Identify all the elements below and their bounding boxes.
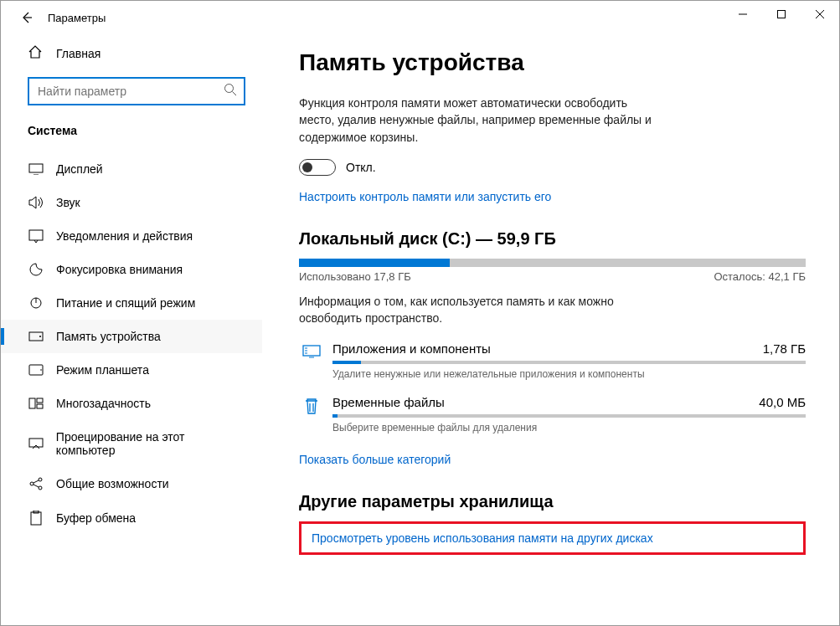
svg-point-1 xyxy=(225,85,234,93)
other-disks-link[interactable]: Просмотреть уровень использования памяти… xyxy=(312,531,653,545)
tablet-icon xyxy=(28,364,44,376)
highlight-annotation: Просмотреть уровень использования памяти… xyxy=(299,521,806,555)
sidebar-item-label: Проецирование на этот компьютер xyxy=(56,430,245,457)
sidebar-item-label: Уведомления и действия xyxy=(56,229,193,243)
shared-icon xyxy=(28,477,44,490)
sidebar-item-label: Буфер обмена xyxy=(56,511,136,525)
svg-point-8 xyxy=(40,369,42,371)
sidebar-item-shared[interactable]: Общие возможности xyxy=(1,467,262,500)
sidebar-item-label: Звук xyxy=(56,196,80,209)
sidebar-item-multitask[interactable]: Многозадачность xyxy=(1,387,262,420)
svg-rect-3 xyxy=(29,230,43,240)
sidebar-item-storage[interactable]: Память устройства xyxy=(1,320,262,353)
main-content: Память устройства Функция контроля памят… xyxy=(269,34,839,625)
category-temp[interactable]: Временные файлы 40,0 МБ Выберите временн… xyxy=(299,395,806,434)
category-name: Приложения и компоненты xyxy=(332,341,491,356)
svg-rect-0 xyxy=(778,11,786,18)
sidebar-item-label: Многозадачность xyxy=(56,397,151,410)
close-button[interactable] xyxy=(801,1,839,28)
svg-rect-10 xyxy=(37,398,43,403)
multitask-icon xyxy=(28,398,44,409)
focus-icon xyxy=(28,263,44,276)
configure-storage-sense-link[interactable]: Настроить контроль памяти или запустить … xyxy=(299,190,551,203)
svg-point-15 xyxy=(39,486,42,490)
svg-rect-9 xyxy=(29,398,35,408)
free-label: Осталось: 42,1 ГБ xyxy=(714,270,806,283)
home-label: Главная xyxy=(56,47,100,60)
sidebar-item-sound[interactable]: Звук xyxy=(1,186,262,219)
window-title: Параметры xyxy=(48,12,106,24)
sidebar-item-label: Режим планшета xyxy=(56,363,149,377)
projecting-icon xyxy=(28,438,44,449)
minimize-button[interactable] xyxy=(724,1,762,28)
category-apps[interactable]: Приложения и компоненты 1,78 ГБ Удалите … xyxy=(299,341,806,380)
toggle-state-label: Откл. xyxy=(346,161,376,174)
category-subtext: Удалите ненужные или нежелательные прило… xyxy=(332,368,806,380)
svg-rect-11 xyxy=(37,404,43,408)
sidebar-item-label: Питание и спящий режим xyxy=(56,296,195,310)
sidebar-item-label: Память устройства xyxy=(56,330,161,343)
search-input[interactable] xyxy=(28,77,245,105)
storage-sense-toggle[interactable] xyxy=(299,159,336,176)
maximize-button[interactable] xyxy=(762,1,801,28)
disk-title: Локальный диск (C:) — 59,9 ГБ xyxy=(299,229,806,249)
storage-sense-description: Функция контроля памяти может автоматиче… xyxy=(299,95,659,146)
storage-icon xyxy=(28,331,44,341)
sidebar-item-power[interactable]: Питание и спящий режим xyxy=(1,286,262,320)
back-button[interactable] xyxy=(14,6,38,29)
svg-point-13 xyxy=(30,482,33,485)
search-icon xyxy=(224,83,237,100)
show-more-categories-link[interactable]: Показать больше категорий xyxy=(299,453,451,466)
trash-icon xyxy=(299,395,324,415)
disk-info-text: Информация о том, как используется памят… xyxy=(299,293,659,327)
sidebar-section-label: Система xyxy=(1,117,262,152)
clipboard-icon xyxy=(28,511,44,526)
category-size: 1,78 ГБ xyxy=(763,341,806,356)
display-icon xyxy=(28,163,44,175)
svg-point-6 xyxy=(39,336,41,337)
category-name: Временные файлы xyxy=(332,395,445,409)
svg-rect-2 xyxy=(29,164,43,172)
sidebar-item-label: Фокусировка внимания xyxy=(56,263,183,276)
home-button[interactable]: Главная xyxy=(1,34,262,72)
svg-point-14 xyxy=(39,478,42,481)
sidebar-item-projecting[interactable]: Проецирование на этот компьютер xyxy=(1,420,262,467)
power-icon xyxy=(28,296,44,310)
other-storage-title: Другие параметры хранилища xyxy=(299,492,806,511)
sound-icon xyxy=(28,196,44,209)
sidebar-item-tablet[interactable]: Режим планшета xyxy=(1,353,262,387)
sidebar: Главная Система Дисплей Звук Уведомления… xyxy=(1,34,269,625)
home-icon xyxy=(28,44,44,62)
sidebar-item-display[interactable]: Дисплей xyxy=(1,152,262,186)
category-subtext: Выберите временные файлы для удаления xyxy=(332,422,806,434)
svg-rect-16 xyxy=(31,512,41,525)
sidebar-item-notifications[interactable]: Уведомления и действия xyxy=(1,219,262,253)
sidebar-item-label: Дисплей xyxy=(56,162,103,176)
apps-icon xyxy=(299,341,324,358)
sidebar-item-focus[interactable]: Фокусировка внимания xyxy=(1,253,262,286)
page-title: Память устройства xyxy=(299,49,806,76)
category-size: 40,0 МБ xyxy=(759,395,806,409)
used-label: Использовано 17,8 ГБ xyxy=(299,270,411,283)
notifications-icon xyxy=(28,229,44,243)
sidebar-item-clipboard[interactable]: Буфер обмена xyxy=(1,500,262,536)
sidebar-item-label: Общие возможности xyxy=(56,477,169,490)
disk-usage-bar xyxy=(299,259,806,267)
